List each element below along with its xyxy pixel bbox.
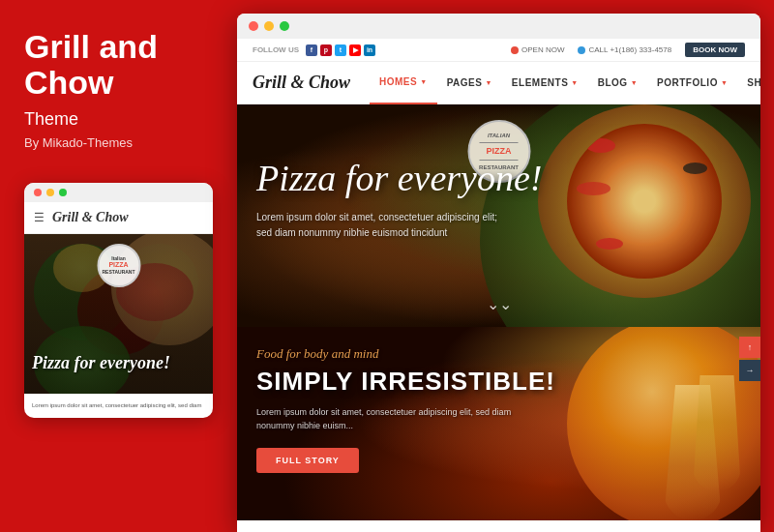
nav-portfolio[interactable]: PORTFOLIO ▼ <box>647 62 737 104</box>
second-title: SIMPLY IRRESISTIBLE! <box>256 368 555 396</box>
website-header: FOLLOW US f p t ▶ in OPEN NOW CALL +1(18… <box>237 39 760 104</box>
mobile-dot-yellow <box>46 189 54 196</box>
nav-shop[interactable]: SHOP <box>737 62 760 104</box>
second-content: Food for body and mind SIMPLY IRRESISTIB… <box>256 346 555 473</box>
mobile-hero: Italian PIZZA RESTAURANT Pizza for every… <box>24 234 213 394</box>
mobile-preview: ☰ Grill & Chow Italian PIZZA RESTAURANT … <box>24 183 213 418</box>
browser-dot-yellow <box>264 21 274 31</box>
chevron-down-icon: ▼ <box>571 79 578 86</box>
mobile-hero-title: Pizza for everyone! <box>32 353 205 374</box>
main-nav: Grill & Chow HOMES ▼ PAGES ▼ ELEMENTS ▼ … <box>237 62 760 104</box>
follow-label: FOLLOW US <box>253 45 299 54</box>
mobile-badge: Italian PIZZA RESTAURANT <box>97 244 140 287</box>
follow-section: FOLLOW US f p t ▶ in <box>253 44 375 56</box>
phone-icon <box>578 46 585 54</box>
sidebar-icons: ↑ → <box>739 327 760 520</box>
theme-subtitle: Theme <box>24 109 78 130</box>
site-logo: Grill & Chow <box>253 73 350 93</box>
theme-title: Grill and Chow <box>24 29 158 102</box>
nav-elements[interactable]: ELEMENTS ▼ <box>502 62 588 104</box>
hero-title: Pizza for everyone! <box>256 158 542 200</box>
second-subtitle: Food for body and mind <box>256 346 555 362</box>
nav-blog[interactable]: BLOG ▼ <box>588 62 647 104</box>
hero-content: Pizza for everyone! Lorem ipsum dolor si… <box>256 158 542 241</box>
mobile-dot-red <box>34 189 42 196</box>
pinterest-icon[interactable]: p <box>320 44 332 56</box>
left-panel: Grill and Chow Theme By Mikado-Themes ☰ … <box>0 0 237 532</box>
nav-homes[interactable]: HOMES ▼ <box>370 62 437 104</box>
nav-links: HOMES ▼ PAGES ▼ ELEMENTS ▼ BLOG ▼ PORTFO… <box>370 62 760 104</box>
chevron-down-icon: ▼ <box>485 79 491 86</box>
book-now-button[interactable]: BOOK NOW <box>685 43 745 57</box>
youtube-icon[interactable]: ▶ <box>349 44 361 56</box>
browser-window: FOLLOW US f p t ▶ in OPEN NOW CALL +1(18… <box>237 14 760 532</box>
open-now-item: OPEN NOW <box>511 45 564 54</box>
mobile-body-text: Lorem ipsum dolor sit amet, consectetuer… <box>24 394 213 418</box>
full-story-button[interactable]: FULL STORY <box>256 448 359 473</box>
top-bar: FOLLOW US f p t ▶ in OPEN NOW CALL +1(18… <box>237 39 760 62</box>
chevron-down-icon: ▼ <box>631 79 638 86</box>
sidebar-icon-1[interactable]: ↑ <box>739 337 760 358</box>
call-item: CALL +1(186) 333-4578 <box>578 45 671 54</box>
mobile-dot-green <box>59 189 67 196</box>
sidebar-icon-2[interactable]: → <box>739 360 760 381</box>
open-now-icon <box>511 46 519 54</box>
mobile-badge-text: Italian PIZZA RESTAURANT <box>102 255 134 275</box>
browser-chrome-bar <box>237 14 760 39</box>
second-description: Lorem ipsum dolor sit amet, consectetuer… <box>256 405 547 433</box>
scroll-down-icon[interactable]: ⌄⌄ <box>487 295 512 313</box>
facebook-icon[interactable]: f <box>306 44 317 56</box>
chevron-down-icon: ▼ <box>721 79 728 86</box>
hero-section: Italian PIZZA RESTAURANT Pizza for every… <box>237 104 760 327</box>
second-section: Food for body and mind SIMPLY IRRESISTIB… <box>237 327 760 520</box>
theme-author: By Mikado-Themes <box>24 135 133 150</box>
nav-pages[interactable]: PAGES ▼ <box>437 62 502 104</box>
call-text: CALL +1(186) 333-4578 <box>588 45 671 54</box>
linkedin-icon[interactable]: in <box>364 44 375 56</box>
mobile-browser-bar <box>24 183 213 202</box>
browser-dot-green <box>280 21 289 31</box>
twitter-icon[interactable]: t <box>335 44 346 56</box>
hamburger-icon[interactable]: ☰ <box>34 211 45 224</box>
mobile-nav: ☰ Grill & Chow <box>24 202 213 234</box>
open-now-text: OPEN NOW <box>521 45 564 54</box>
chevron-down-icon: ▼ <box>420 78 427 85</box>
browser-dot-red <box>249 21 258 31</box>
mobile-logo: Grill & Chow <box>52 210 129 225</box>
hero-description: Lorem ipsum dolor sit amet, consectetuer… <box>256 210 542 241</box>
